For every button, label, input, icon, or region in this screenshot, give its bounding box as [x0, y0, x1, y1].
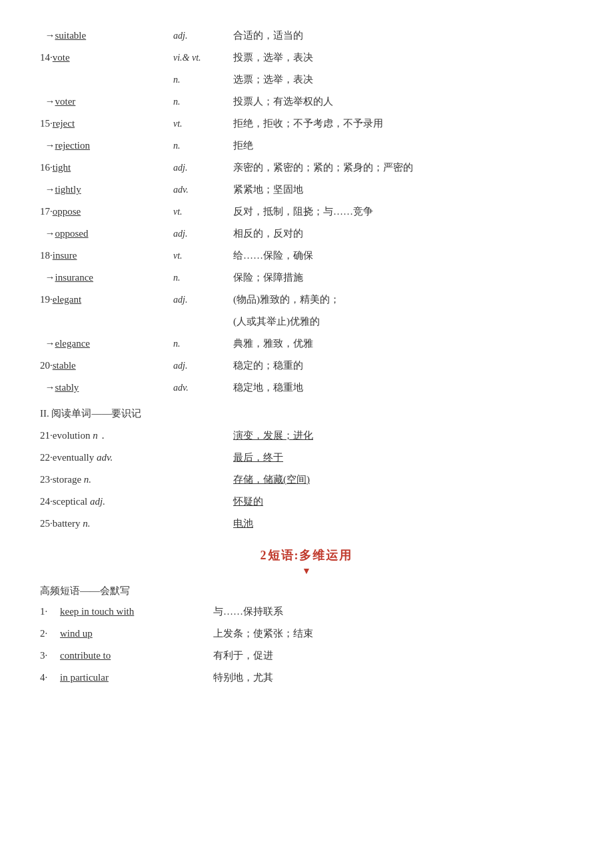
word-evolution: evolution n．: [53, 430, 108, 441]
vocab-row-elegant-2: (人或其举止)优雅的: [40, 313, 573, 331]
vocab-row-oppose: 17·oppose vt. 反对，抵制，阻挠；与……竞争: [40, 203, 573, 221]
word-tight: tight: [53, 162, 71, 173]
word-col-elegance: →elegance: [40, 335, 173, 353]
word-oppose: oppose: [53, 206, 81, 217]
vocab-list: →suitable adj. 合适的，适当的 14·vote vi.& vt. …: [40, 27, 573, 687]
pos-opposed: adj.: [173, 225, 233, 242]
def-22: 最后，终于: [233, 449, 573, 467]
word-tightly: tightly: [55, 184, 81, 195]
pos-stable: adj.: [173, 357, 233, 374]
def-insure: 给……保险，确保: [233, 247, 573, 265]
pos-vote-vt: vi.& vt.: [173, 49, 233, 66]
def-storage: 存储，储藏(空间): [233, 474, 310, 485]
def-tightly: 紧紧地；坚固地: [233, 181, 573, 199]
word-storage: storage n.: [53, 474, 91, 485]
def-21: 演变，发展；进化: [233, 427, 573, 445]
word-col-insurance: →insurance: [40, 269, 173, 287]
phrase-def-3: 有利于，促进: [213, 647, 573, 665]
vocab-row-tight: 16·tight adj. 亲密的，紧密的；紧的；紧身的；严密的: [40, 159, 573, 177]
def-vote-vt: 投票，选举，表决: [233, 49, 573, 67]
phrase-word-2: wind up: [60, 625, 213, 643]
phrase-num-2: 2·: [40, 625, 60, 643]
def-battery: 电池: [233, 518, 253, 529]
num-19: 19·: [40, 294, 53, 305]
def-suitable: 合适的，适当的: [233, 27, 573, 45]
num-17: 17·: [40, 206, 53, 217]
word-col-stable: 20·stable: [40, 357, 173, 375]
arrow-suitable: →: [40, 30, 55, 41]
def-stable: 稳定的；稳重的: [233, 357, 573, 375]
phrase-def-1: 与……保持联系: [213, 603, 573, 621]
def-24: 怀疑的: [233, 493, 573, 511]
word-reject: reject: [53, 118, 75, 129]
def-stably: 稳定地，稳重地: [233, 379, 573, 397]
word-col-stably: →stably: [40, 379, 173, 397]
def-evolution: 演变，发展；进化: [233, 430, 313, 441]
pos-elegant: adj.: [173, 291, 233, 308]
num-18: 18·: [40, 250, 53, 261]
num-21: 21·: [40, 430, 53, 441]
vocab-row-elegant: 19·elegant adj. (物品)雅致的，精美的；: [40, 291, 573, 309]
arrow-rejection: →: [40, 140, 55, 151]
def-opposed: 相反的，反对的: [233, 225, 573, 243]
pos-insurance: n.: [173, 269, 233, 286]
def-23: 存储，储藏(空间): [233, 471, 573, 489]
word-vote: vote: [53, 52, 70, 63]
def-oppose: 反对，抵制，阻挠；与……竞争: [233, 203, 573, 221]
vocab-row-tightly: →tightly adv. 紧紧地；坚固地: [40, 181, 573, 199]
def-rejection: 拒绝: [233, 137, 573, 155]
vocab-row-rejection: →rejection n. 拒绝: [40, 137, 573, 155]
word-voter: voter: [55, 96, 76, 107]
word-col-suitable: →suitable: [40, 27, 173, 45]
vocab-row-stably: →stably adv. 稳定地，稳重地: [40, 379, 573, 397]
reading-row-23: 23·storage n. 存储，储藏(空间): [40, 471, 573, 489]
pos-insure: vt.: [173, 247, 233, 264]
word-col-rejection: →rejection: [40, 137, 173, 155]
word-col-oppose: 17·oppose: [40, 203, 173, 221]
pos-stably: adv.: [173, 379, 233, 396]
phrase-wind-up: wind up: [60, 628, 93, 639]
phrase-num-1: 1·: [40, 603, 60, 621]
vocab-row-suitable: →suitable adj. 合适的，适当的: [40, 27, 573, 45]
vocab-row-vote: 14·vote vi.& vt. 投票，选举，表决: [40, 49, 573, 67]
vocab-row-insure: 18·insure vt. 给……保险，确保: [40, 247, 573, 265]
def-elegant-2: (人或其举止)优雅的: [233, 313, 573, 331]
phrase-row-2: 2· wind up 上发条；使紧张；结束: [40, 625, 573, 643]
word-col-tightly: →tightly: [40, 181, 173, 199]
word-suitable: suitable: [55, 30, 87, 41]
vocab-row-vote-n: n. 选票；选举，表决: [40, 71, 573, 89]
phrase-row-4: 4· in particular 特别地，尤其: [40, 669, 573, 687]
vocab-row-insurance: →insurance n. 保险；保障措施: [40, 269, 573, 287]
pos-tightly: adv.: [173, 181, 233, 198]
num-22: 22·: [40, 452, 53, 463]
word-insure: insure: [53, 250, 77, 261]
phrase-num-3: 3·: [40, 647, 60, 665]
word-col-tight: 16·tight: [40, 159, 173, 177]
word-stably: stably: [55, 382, 79, 393]
pos-suitable: adj.: [173, 27, 233, 44]
num-15: 15·: [40, 118, 53, 129]
vocab-row-voter: →voter n. 投票人；有选举权的人: [40, 93, 573, 111]
section2-header: II. 阅读单词——要识记: [40, 407, 573, 420]
phrase-def-4: 特别地，尤其: [213, 669, 573, 687]
num-14: 14·: [40, 52, 53, 63]
word-insurance: insurance: [55, 272, 93, 283]
reading-vocab-list: 21·evolution n． 演变，发展；进化 22·eventually a…: [40, 427, 573, 533]
def-eventually: 最后，终于: [233, 452, 283, 463]
reading-row-25: 25·battery n. 电池: [40, 515, 573, 533]
section2-title: 2短语:多维运用: [40, 547, 573, 563]
num-16: 16·: [40, 162, 53, 173]
word-sceptical: sceptical adj.: [53, 496, 105, 507]
reading-row-24: 24·sceptical adj. 怀疑的: [40, 493, 573, 511]
phrase-in-particular: in particular: [60, 672, 109, 683]
word-eventually: eventually adv.: [53, 452, 113, 463]
pos-rejection: n.: [173, 137, 233, 154]
reading-word-col-24: 24·sceptical adj.: [40, 493, 173, 511]
reading-row-21: 21·evolution n． 演变，发展；进化: [40, 427, 573, 445]
pos-elegance: n.: [173, 335, 233, 352]
num-23: 23·: [40, 474, 53, 485]
def-voter: 投票人；有选举权的人: [233, 93, 573, 111]
phrase-def-2: 上发条；使紧张；结束: [213, 625, 573, 643]
def-tight: 亲密的，紧密的；紧的；紧身的；严密的: [233, 159, 573, 177]
def-sceptical: 怀疑的: [233, 496, 263, 507]
